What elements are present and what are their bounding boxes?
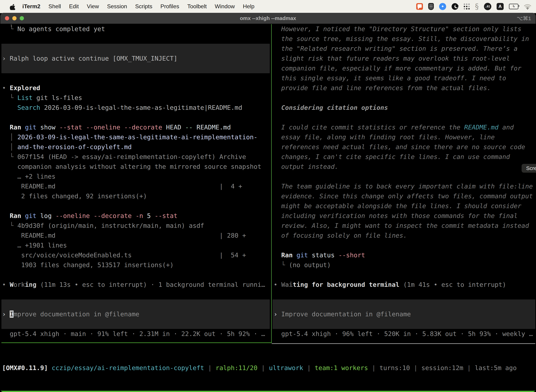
- terminal-line: └ 067f154 (HEAD -> essay/ai-reimplementa…: [2, 152, 246, 162]
- text-segment: --short: [339, 252, 365, 259]
- text-segment: │: [2, 143, 17, 150]
- text-segment: •: [274, 252, 281, 259]
- badge-61-icon[interactable]: ..61: [484, 3, 491, 10]
- text-segment: |: [204, 364, 215, 371]
- text-segment: k: [21, 281, 25, 288]
- text-segment: Search: [17, 104, 40, 111]
- text-segment: turns:10: [379, 364, 410, 371]
- terminal-content[interactable]: └ No agents completed yet› Ralph loop ac…: [0, 24, 536, 392]
- menu-item-view[interactable]: View: [83, 3, 103, 9]
- password-manager-icon[interactable]: [428, 3, 434, 10]
- text-segment: README.md | 4 +: [2, 183, 242, 190]
- text-segment: W: [10, 281, 14, 288]
- menu-item-iterm2[interactable]: iTerm2: [18, 3, 44, 9]
- text-segment: •: [2, 124, 10, 131]
- text-segment: the source tree, missing the essay. Stil…: [274, 35, 529, 42]
- text-segment: output instead.: [274, 163, 338, 170]
- menu-item-profiles[interactable]: Profiles: [156, 3, 183, 9]
- keyboard-layout-icon[interactable]: A: [497, 3, 504, 10]
- text-segment: ›: [2, 55, 10, 62]
- terminal-line: • Ran git show --stat --oneline --decora…: [2, 122, 231, 132]
- terminal-line: output instead.: [274, 162, 338, 172]
- text-segment: --decorate: [124, 124, 162, 131]
- apple-icon[interactable]: [10, 3, 16, 10]
- text-segment: |: [258, 364, 269, 371]
- text-segment: companion file, especially if more comme…: [274, 65, 522, 72]
- section-glyph-icon[interactable]: §: [475, 2, 479, 11]
- menu-item-window[interactable]: Window: [211, 3, 239, 9]
- menu-item-session[interactable]: Session: [103, 3, 131, 9]
- text-segment: (1m 41s • esc to interrupt): [399, 281, 506, 288]
- terminal-line: of focusing solely on file lines.: [274, 231, 407, 240]
- text-segment: git: [25, 212, 36, 219]
- text-segment: the "Related research writing" section i…: [274, 45, 517, 52]
- text-segment: README.md | 280 +: [2, 232, 246, 239]
- terminal-line: review. Also, I might want to inspect th…: [274, 221, 529, 231]
- text-segment: Ran: [281, 252, 293, 259]
- text-segment: status: [308, 252, 338, 259]
- text-segment: and-the-erosion-of-copyleft.md: [17, 143, 132, 150]
- text-segment: No agents completed yet: [17, 25, 105, 33]
- window-title-bar[interactable]: omx --xhigh --madmax ⌥⌘1: [0, 13, 536, 24]
- text-segment: 2026-03-09-is-legal-the-same-as-legitima…: [40, 104, 242, 111]
- terminal-line: │ and-the-erosion-of-copyleft.md: [2, 142, 132, 152]
- menu-item-help[interactable]: Help: [239, 3, 258, 9]
- text-segment: team:1 workers: [315, 364, 368, 371]
- text-segment: --: [185, 124, 192, 131]
- text-segment: •: [2, 84, 10, 92]
- text-segment: might be acceptable alongside the file l…: [274, 202, 522, 210]
- text-segment: 4b9d30f (origin/main, instructkr/main, m…: [17, 222, 204, 229]
- dots-grid-icon[interactable]: [464, 4, 470, 9]
- text-segment: mprove documentation in @filename: [14, 311, 139, 318]
- text-segment: [2, 104, 17, 111]
- text-segment: •: [2, 281, 10, 288]
- text-segment: --stat: [155, 212, 177, 219]
- text-segment: I could cite commit statistics or refere…: [274, 124, 464, 131]
- terminal-line: › Ralph loop active continue [OMX_TMUX_I…: [2, 54, 177, 63]
- tmux-left-pane[interactable]: └ No agents completed yet› Ralph loop ac…: [2, 24, 271, 354]
- text-segment: git: [297, 252, 308, 259]
- menu-item-shell[interactable]: Shell: [44, 3, 65, 9]
- tmux-host-clock: "MacBook-Pro-44.local" 04:52 31-Mar-26: [389, 391, 536, 392]
- text-segment: •: [2, 212, 10, 219]
- menu-bar: iTerm2ShellEditViewSessionScriptsProfile…: [0, 0, 536, 13]
- menu-item-edit[interactable]: Edit: [65, 3, 83, 9]
- wifi-icon[interactable]: [524, 3, 531, 10]
- terminal-line: └ (no output): [274, 260, 331, 270]
- text-segment: Wai: [281, 281, 293, 288]
- text-segment: README.md: [193, 124, 231, 131]
- text-segment: 067f154 (HEAD -> essay/ai-reimplementati…: [17, 153, 246, 160]
- battery-icon[interactable]: ϟ: [509, 4, 518, 9]
- tmux-right-pane[interactable]: However, I noticed the "Directory Struct…: [274, 24, 536, 354]
- blue-app-icon[interactable]: ✦: [439, 3, 446, 10]
- terminal-line: … +2 lines: [2, 172, 55, 182]
- text-segment: --stat: [59, 124, 82, 131]
- terminal-line: I could cite commit statistics or refere…: [274, 122, 514, 132]
- terminal-line: • Working (11m 13s • esc to interrupt) ·…: [2, 280, 265, 289]
- pane-divider[interactable]: [271, 24, 272, 343]
- text-segment: └: [2, 222, 17, 229]
- text-segment: evidence. Since this change only affects…: [274, 192, 533, 200]
- screen-notification[interactable]: Scre: [522, 164, 536, 173]
- dark-crescent-icon[interactable]: [451, 3, 459, 10]
- terminal-line: this single essay, it seems like a good …: [274, 73, 506, 83]
- text-segment: Considering citation options: [274, 104, 388, 111]
- text-segment: 2 files changed, 92 insertions(+): [2, 192, 147, 200]
- text-segment: ing: [25, 281, 36, 288]
- text-segment: |: [410, 364, 421, 371]
- screen: iTerm2ShellEditViewSessionScriptsProfile…: [0, 0, 536, 392]
- terminal-line: README.md | 4 +: [2, 182, 242, 191]
- chat-app-icon[interactable]: [416, 3, 423, 10]
- menu-item-scripts[interactable]: Scripts: [131, 3, 156, 9]
- text-segment: of focusing solely on file lines.: [274, 232, 407, 239]
- text-segment: [293, 252, 297, 259]
- text-segment: Explored: [10, 84, 40, 92]
- terminal-line: changes, I can't cite specific file line…: [274, 152, 510, 162]
- menu-item-toolbelt[interactable]: Toolbelt: [183, 3, 211, 9]
- text-segment: (no output): [289, 261, 331, 269]
- text-segment: └: [2, 25, 17, 33]
- tmux-session-label[interactable]: [omx-cczip0:bash*: [0, 391, 67, 392]
- tmux-status-bar: [omx-cczip0:bash* "MacBook-Pro-44.local"…: [0, 391, 536, 392]
- text-segment: The team guideline is to back every impo…: [274, 183, 533, 190]
- terminal-line: the "Related research writing" section i…: [274, 44, 517, 54]
